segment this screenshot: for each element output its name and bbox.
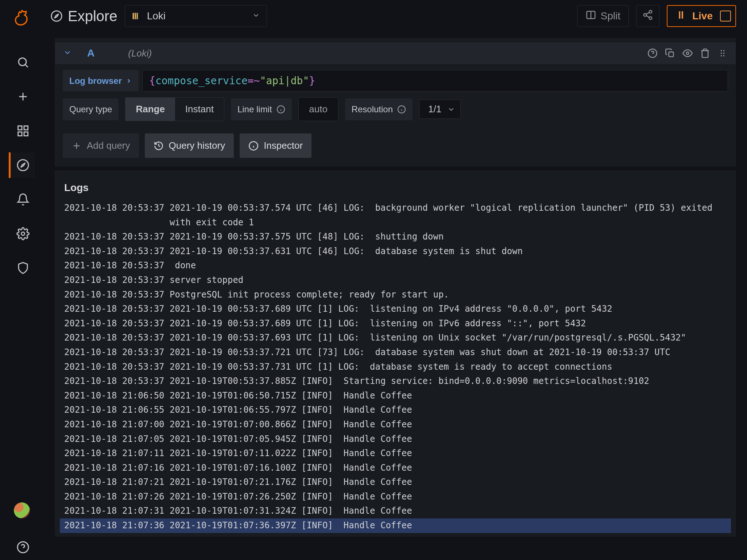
live-button[interactable]: Live [667, 5, 736, 27]
datasource-select[interactable]: Loki [125, 5, 267, 27]
svg-point-21 [723, 55, 725, 57]
log-line[interactable]: 2021-10-18 20:53:37 2021-10-19 00:53:37.… [60, 331, 731, 345]
svg-point-20 [721, 55, 722, 57]
log-browser-button[interactable]: Log browser [63, 70, 139, 92]
duplicate-query-icon[interactable] [665, 48, 675, 58]
nav-explore[interactable] [9, 152, 35, 178]
drag-handle-icon[interactable] [717, 48, 728, 58]
svg-rect-3 [18, 132, 22, 136]
logs-title: Logs [55, 178, 736, 201]
inspector-button[interactable]: Inspector [240, 133, 311, 158]
log-line[interactable]: 2021-10-18 20:53:37 2021-10-19 00:53:37.… [60, 244, 731, 259]
svg-rect-1 [18, 126, 22, 130]
inspector-label: Inspector [264, 140, 303, 151]
log-line[interactable]: with exit code 1 [60, 215, 731, 230]
log-line[interactable]: 2021-10-18 21:07:21 2021-10-19T01:07:21.… [60, 475, 731, 490]
query-type-range[interactable]: Range [125, 98, 175, 121]
grafana-logo[interactable] [12, 9, 32, 29]
split-label: Split [601, 10, 620, 22]
history-icon [154, 141, 164, 151]
log-line[interactable]: 2021-10-18 20:53:37 2021-10-19 00:53:37.… [60, 345, 731, 360]
info-icon[interactable] [397, 105, 406, 114]
page-title: Explore [50, 8, 117, 24]
log-line[interactable]: 2021-10-18 21:07:11 2021-10-19T01:07:11.… [60, 446, 731, 461]
logs-panel: Logs 2021-10-18 20:53:37 2021-10-19 00:5… [55, 170, 736, 537]
query-type-toggle: Range Instant [125, 97, 224, 121]
log-line[interactable]: 2021-10-18 21:07:16 2021-10-19T01:07:16.… [60, 461, 731, 475]
nav-config[interactable] [9, 221, 35, 246]
sidebar [0, 0, 44, 560]
query-panel: A (Loki) Log browser {compose_service=~"… [55, 38, 736, 167]
nav-search[interactable] [9, 50, 35, 75]
resolution-select[interactable]: 1/1 [419, 100, 461, 119]
live-label: Live [692, 10, 713, 22]
log-line[interactable]: 2021-10-18 21:06:50 2021-10-19T01:06:50.… [60, 389, 731, 403]
query-history-label: Query history [169, 140, 225, 151]
log-line[interactable]: 2021-10-18 21:07:00 2021-10-19T01:07:00.… [60, 417, 731, 432]
svg-rect-4 [24, 132, 28, 136]
pause-icon [676, 9, 686, 23]
log-line[interactable]: 2021-10-18 21:07:05 2021-10-19T01:07:05.… [60, 432, 731, 447]
svg-point-18 [721, 52, 722, 54]
svg-point-0 [19, 58, 26, 66]
svg-point-6 [21, 232, 24, 236]
log-line[interactable]: 2021-10-18 21:07:36 2021-10-19T01:07:36.… [60, 518, 731, 533]
chevron-down-icon [447, 105, 455, 113]
stop-icon[interactable] [720, 11, 731, 22]
log-line[interactable]: 2021-10-18 20:53:37 done [60, 258, 731, 273]
svg-rect-14 [669, 52, 674, 57]
nav-create[interactable] [9, 84, 35, 109]
query-header: A (Loki) [55, 42, 736, 64]
share-button[interactable] [636, 5, 659, 27]
log-lines[interactable]: 2021-10-18 20:53:37 2021-10-19 00:53:37.… [55, 201, 736, 537]
svg-point-12 [649, 17, 652, 20]
log-line[interactable]: 2021-10-18 20:53:37 server stopped [60, 273, 731, 288]
delete-query-icon[interactable] [700, 48, 710, 58]
compass-icon [50, 10, 63, 22]
log-line[interactable]: 2021-10-18 21:07:26 2021-10-19T01:07:26.… [60, 490, 731, 504]
query-expression-input[interactable]: {compose_service=~"api|db"} [142, 70, 728, 92]
nav-alerting[interactable] [9, 187, 35, 212]
svg-point-15 [686, 52, 689, 55]
user-avatar[interactable] [14, 502, 30, 518]
query-type-label: Query type [63, 98, 119, 120]
add-query-button[interactable]: Add query [63, 133, 139, 158]
log-line[interactable]: 2021-10-18 20:53:37 2021-10-19 00:53:37.… [60, 316, 731, 331]
log-line[interactable]: 2021-10-18 20:53:37 PostgreSQL init proc… [60, 288, 731, 302]
nav-admin[interactable] [9, 255, 35, 281]
log-line[interactable]: 2021-10-18 20:53:37 2021-10-19 00:53:37.… [60, 302, 731, 316]
page-title-text: Explore [68, 8, 117, 24]
line-limit-label: Line limit [231, 98, 292, 120]
log-line[interactable]: 2021-10-18 21:07:31 2021-10-19T01:07:31.… [60, 504, 731, 518]
svg-point-11 [644, 13, 647, 16]
datasource-name: Loki [147, 10, 166, 22]
svg-point-19 [723, 52, 725, 54]
query-ds-label: (Loki) [128, 48, 152, 59]
toggle-visibility-icon[interactable] [682, 48, 693, 58]
info-icon[interactable] [276, 105, 285, 114]
line-limit-input[interactable]: auto [298, 97, 338, 121]
resolution-label: Resolution [345, 98, 413, 120]
log-line[interactable]: 2021-10-18 20:53:37 2021-10-19 00:53:37.… [60, 230, 731, 244]
plus-icon [71, 141, 82, 151]
nav-dashboards[interactable] [9, 118, 35, 144]
columns-icon [585, 9, 596, 23]
chevron-right-icon [125, 78, 132, 84]
log-line[interactable]: 2021-10-18 20:53:37 2021-10-19 00:53:37.… [60, 201, 731, 215]
chevron-down-icon [252, 10, 260, 22]
svg-point-8 [51, 11, 62, 21]
svg-rect-2 [24, 126, 28, 130]
query-ref-id[interactable]: A [87, 47, 94, 59]
log-line[interactable]: 2021-10-18 21:06:55 2021-10-19T01:06:55.… [60, 403, 731, 417]
loki-icon [132, 11, 141, 21]
collapse-query-icon[interactable] [63, 48, 72, 58]
query-type-instant[interactable]: Instant [175, 98, 224, 121]
topbar: Explore Loki Split Live [44, 0, 747, 34]
query-help-icon[interactable] [647, 48, 658, 58]
split-button[interactable]: Split [577, 5, 629, 27]
nav-help[interactable] [9, 534, 35, 560]
query-history-button[interactable]: Query history [145, 133, 234, 158]
log-line[interactable]: 2021-10-18 20:53:37 2021-10-19 00:53:37.… [60, 360, 731, 374]
svg-point-10 [649, 10, 652, 13]
log-line[interactable]: 2021-10-18 20:53:37 2021-10-19T00:53:37.… [60, 374, 731, 389]
